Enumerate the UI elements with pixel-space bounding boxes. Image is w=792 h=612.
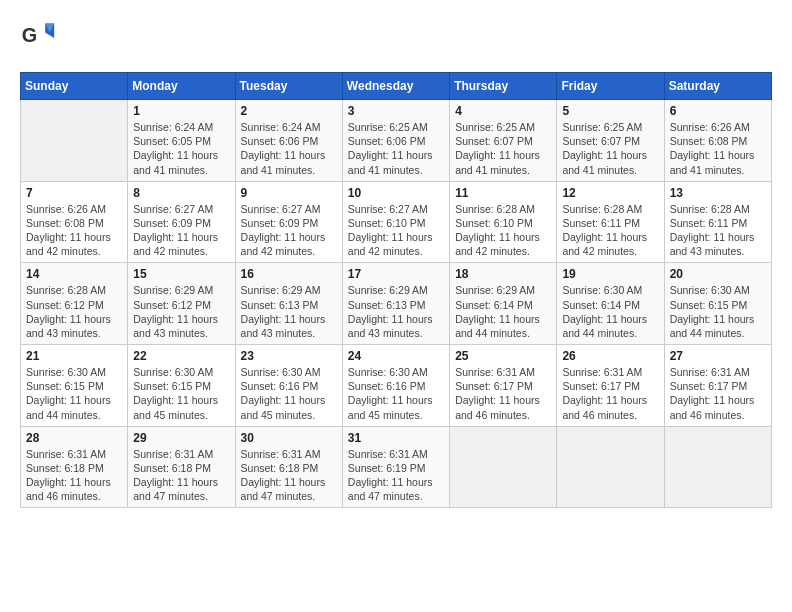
day-number: 10 — [348, 186, 444, 200]
calendar-cell: 20Sunrise: 6:30 AM Sunset: 6:15 PM Dayli… — [664, 263, 771, 345]
day-number: 27 — [670, 349, 766, 363]
day-info: Sunrise: 6:29 AM Sunset: 6:13 PM Dayligh… — [348, 283, 444, 340]
calendar-cell — [450, 426, 557, 508]
day-number: 9 — [241, 186, 337, 200]
day-info: Sunrise: 6:25 AM Sunset: 6:06 PM Dayligh… — [348, 120, 444, 177]
calendar-cell: 18Sunrise: 6:29 AM Sunset: 6:14 PM Dayli… — [450, 263, 557, 345]
day-number: 29 — [133, 431, 229, 445]
day-info: Sunrise: 6:30 AM Sunset: 6:15 PM Dayligh… — [133, 365, 229, 422]
day-number: 12 — [562, 186, 658, 200]
day-number: 13 — [670, 186, 766, 200]
calendar-cell — [557, 426, 664, 508]
calendar-cell: 24Sunrise: 6:30 AM Sunset: 6:16 PM Dayli… — [342, 345, 449, 427]
day-info: Sunrise: 6:30 AM Sunset: 6:16 PM Dayligh… — [241, 365, 337, 422]
day-number: 17 — [348, 267, 444, 281]
day-number: 6 — [670, 104, 766, 118]
calendar-week-row: 7Sunrise: 6:26 AM Sunset: 6:08 PM Daylig… — [21, 181, 772, 263]
calendar-week-row: 1Sunrise: 6:24 AM Sunset: 6:05 PM Daylig… — [21, 100, 772, 182]
day-info: Sunrise: 6:29 AM Sunset: 6:14 PM Dayligh… — [455, 283, 551, 340]
day-info: Sunrise: 6:26 AM Sunset: 6:08 PM Dayligh… — [26, 202, 122, 259]
day-of-week-header: Friday — [557, 73, 664, 100]
day-of-week-header: Monday — [128, 73, 235, 100]
calendar-cell: 27Sunrise: 6:31 AM Sunset: 6:17 PM Dayli… — [664, 345, 771, 427]
day-number: 3 — [348, 104, 444, 118]
day-of-week-header: Tuesday — [235, 73, 342, 100]
calendar-cell: 15Sunrise: 6:29 AM Sunset: 6:12 PM Dayli… — [128, 263, 235, 345]
calendar-cell — [664, 426, 771, 508]
day-info: Sunrise: 6:28 AM Sunset: 6:11 PM Dayligh… — [562, 202, 658, 259]
day-number: 20 — [670, 267, 766, 281]
day-number: 30 — [241, 431, 337, 445]
day-number: 2 — [241, 104, 337, 118]
calendar-cell: 21Sunrise: 6:30 AM Sunset: 6:15 PM Dayli… — [21, 345, 128, 427]
calendar-cell: 14Sunrise: 6:28 AM Sunset: 6:12 PM Dayli… — [21, 263, 128, 345]
day-of-week-header: Sunday — [21, 73, 128, 100]
day-info: Sunrise: 6:30 AM Sunset: 6:14 PM Dayligh… — [562, 283, 658, 340]
calendar-cell: 17Sunrise: 6:29 AM Sunset: 6:13 PM Dayli… — [342, 263, 449, 345]
calendar-cell: 7Sunrise: 6:26 AM Sunset: 6:08 PM Daylig… — [21, 181, 128, 263]
day-info: Sunrise: 6:24 AM Sunset: 6:06 PM Dayligh… — [241, 120, 337, 177]
day-info: Sunrise: 6:25 AM Sunset: 6:07 PM Dayligh… — [562, 120, 658, 177]
day-info: Sunrise: 6:31 AM Sunset: 6:19 PM Dayligh… — [348, 447, 444, 504]
day-number: 11 — [455, 186, 551, 200]
day-number: 14 — [26, 267, 122, 281]
day-number: 8 — [133, 186, 229, 200]
day-of-week-header: Saturday — [664, 73, 771, 100]
calendar-week-row: 14Sunrise: 6:28 AM Sunset: 6:12 PM Dayli… — [21, 263, 772, 345]
calendar-week-row: 21Sunrise: 6:30 AM Sunset: 6:15 PM Dayli… — [21, 345, 772, 427]
calendar-cell: 6Sunrise: 6:26 AM Sunset: 6:08 PM Daylig… — [664, 100, 771, 182]
day-info: Sunrise: 6:31 AM Sunset: 6:18 PM Dayligh… — [133, 447, 229, 504]
calendar-cell: 23Sunrise: 6:30 AM Sunset: 6:16 PM Dayli… — [235, 345, 342, 427]
logo: G — [20, 20, 60, 56]
day-info: Sunrise: 6:28 AM Sunset: 6:11 PM Dayligh… — [670, 202, 766, 259]
day-info: Sunrise: 6:29 AM Sunset: 6:13 PM Dayligh… — [241, 283, 337, 340]
day-number: 22 — [133, 349, 229, 363]
calendar-cell: 26Sunrise: 6:31 AM Sunset: 6:17 PM Dayli… — [557, 345, 664, 427]
calendar-cell: 5Sunrise: 6:25 AM Sunset: 6:07 PM Daylig… — [557, 100, 664, 182]
calendar-cell: 4Sunrise: 6:25 AM Sunset: 6:07 PM Daylig… — [450, 100, 557, 182]
day-info: Sunrise: 6:31 AM Sunset: 6:17 PM Dayligh… — [670, 365, 766, 422]
day-number: 16 — [241, 267, 337, 281]
day-number: 5 — [562, 104, 658, 118]
day-number: 18 — [455, 267, 551, 281]
day-info: Sunrise: 6:27 AM Sunset: 6:09 PM Dayligh… — [133, 202, 229, 259]
day-info: Sunrise: 6:31 AM Sunset: 6:17 PM Dayligh… — [455, 365, 551, 422]
day-number: 31 — [348, 431, 444, 445]
svg-text:G: G — [22, 24, 37, 46]
day-info: Sunrise: 6:30 AM Sunset: 6:15 PM Dayligh… — [670, 283, 766, 340]
day-info: Sunrise: 6:27 AM Sunset: 6:10 PM Dayligh… — [348, 202, 444, 259]
calendar-cell: 9Sunrise: 6:27 AM Sunset: 6:09 PM Daylig… — [235, 181, 342, 263]
day-info: Sunrise: 6:31 AM Sunset: 6:17 PM Dayligh… — [562, 365, 658, 422]
calendar-cell — [21, 100, 128, 182]
day-number: 28 — [26, 431, 122, 445]
day-info: Sunrise: 6:31 AM Sunset: 6:18 PM Dayligh… — [241, 447, 337, 504]
calendar-cell: 12Sunrise: 6:28 AM Sunset: 6:11 PM Dayli… — [557, 181, 664, 263]
calendar-cell: 28Sunrise: 6:31 AM Sunset: 6:18 PM Dayli… — [21, 426, 128, 508]
day-info: Sunrise: 6:24 AM Sunset: 6:05 PM Dayligh… — [133, 120, 229, 177]
day-info: Sunrise: 6:30 AM Sunset: 6:15 PM Dayligh… — [26, 365, 122, 422]
day-info: Sunrise: 6:28 AM Sunset: 6:12 PM Dayligh… — [26, 283, 122, 340]
calendar-cell: 2Sunrise: 6:24 AM Sunset: 6:06 PM Daylig… — [235, 100, 342, 182]
day-info: Sunrise: 6:31 AM Sunset: 6:18 PM Dayligh… — [26, 447, 122, 504]
day-of-week-header: Thursday — [450, 73, 557, 100]
day-info: Sunrise: 6:29 AM Sunset: 6:12 PM Dayligh… — [133, 283, 229, 340]
day-info: Sunrise: 6:28 AM Sunset: 6:10 PM Dayligh… — [455, 202, 551, 259]
calendar-table: SundayMondayTuesdayWednesdayThursdayFrid… — [20, 72, 772, 508]
calendar-cell: 1Sunrise: 6:24 AM Sunset: 6:05 PM Daylig… — [128, 100, 235, 182]
day-number: 4 — [455, 104, 551, 118]
day-of-week-header: Wednesday — [342, 73, 449, 100]
logo-icon: G — [20, 20, 56, 56]
day-number: 23 — [241, 349, 337, 363]
calendar-cell: 25Sunrise: 6:31 AM Sunset: 6:17 PM Dayli… — [450, 345, 557, 427]
calendar-header-row: SundayMondayTuesdayWednesdayThursdayFrid… — [21, 73, 772, 100]
day-number: 7 — [26, 186, 122, 200]
calendar-cell: 29Sunrise: 6:31 AM Sunset: 6:18 PM Dayli… — [128, 426, 235, 508]
day-number: 21 — [26, 349, 122, 363]
day-info: Sunrise: 6:27 AM Sunset: 6:09 PM Dayligh… — [241, 202, 337, 259]
day-number: 19 — [562, 267, 658, 281]
calendar-cell: 8Sunrise: 6:27 AM Sunset: 6:09 PM Daylig… — [128, 181, 235, 263]
day-number: 24 — [348, 349, 444, 363]
day-number: 1 — [133, 104, 229, 118]
day-number: 25 — [455, 349, 551, 363]
calendar-cell: 16Sunrise: 6:29 AM Sunset: 6:13 PM Dayli… — [235, 263, 342, 345]
